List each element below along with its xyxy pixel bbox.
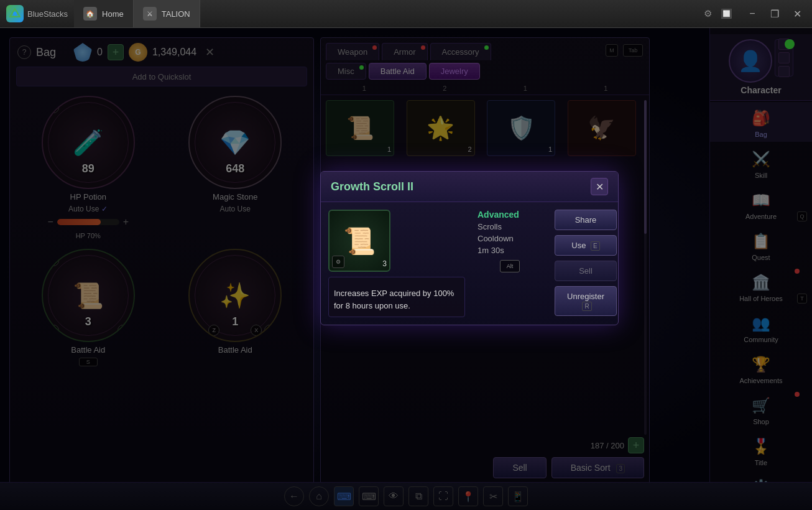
modal-item-icon: 📜 [343, 226, 376, 256]
bluestacks-name: BlueStacks [27, 9, 68, 19]
close-btn[interactable]: ✕ [787, 5, 807, 22]
item-key-badge: ⚙ [332, 256, 344, 268]
minimize-btn[interactable]: − [742, 5, 762, 22]
growth-scroll-modal: Growth Scroll II ✕ 📜 3 ⚙ Increases EXP a… [320, 171, 619, 325]
modal-item-subtype: Scrolls [478, 222, 542, 231]
modal-header: Growth Scroll II ✕ [321, 172, 618, 202]
modal-item-cd-value: 1m 30s [478, 246, 542, 255]
alt-key-area: Alt [478, 260, 542, 272]
modal-title: Growth Scroll II [331, 180, 413, 193]
modal-item-preview: 📜 3 ⚙ [328, 210, 390, 272]
e-key-badge: E [591, 241, 600, 251]
home-icon: 🏠 [83, 7, 97, 21]
modal-item-count: 3 [382, 259, 387, 268]
modal-item-type: Advanced [478, 210, 542, 220]
window-controls: ⚙ 🔲 − ❐ ✕ [694, 5, 812, 22]
modal-desc-box: Increases EXP acquired by 100% for 8 hou… [328, 277, 465, 317]
game-icon: ⚔ [143, 7, 157, 21]
performance-icon[interactable]: 🔲 [717, 5, 735, 22]
r-key-badge: R [582, 302, 591, 311]
bluestacks-icon [6, 5, 24, 22]
modal-body: 📜 3 ⚙ Increases EXP acquired by 100% for… [321, 202, 618, 325]
game-area: ? Bag 0 + G 1,349,044 ✕ Add to Quickslot… [0, 28, 812, 510]
modal-overlay: Growth Scroll II ✕ 📜 3 ⚙ Increases EXP a… [0, 28, 812, 510]
modal-close-btn[interactable]: ✕ [591, 178, 608, 195]
game-tab[interactable]: ⚔ TALION [134, 0, 200, 27]
unregister-label: Unregister [567, 292, 604, 301]
home-tab[interactable]: 🏠 Home [74, 0, 134, 27]
modal-actions: Share Use E Sell Unregister R [555, 210, 617, 317]
sell-btn[interactable]: Sell [555, 261, 617, 281]
use-label: Use [571, 241, 586, 250]
modal-item-cooldown: Cooldown [478, 234, 542, 243]
bluestacks-logo: BlueStacks [0, 5, 74, 22]
alt-key-badge: Alt [500, 260, 520, 272]
use-btn[interactable]: Use E [555, 235, 617, 256]
cooldown-label: Cooldown [478, 234, 514, 243]
topbar-tools: ⚙ 🔲 [694, 5, 740, 22]
settings-icon[interactable]: ⚙ [699, 5, 716, 22]
home-tab-label: Home [102, 9, 124, 19]
share-btn[interactable]: Share [555, 210, 617, 230]
modal-item-info: Advanced Scrolls Cooldown 1m 30s Alt [473, 210, 547, 317]
game-tab-label: TALION [162, 9, 190, 19]
svg-point-1 [13, 12, 17, 16]
unregister-btn[interactable]: Unregister R [555, 286, 617, 316]
titlebar: BlueStacks 🏠 Home ⚔ TALION ⚙ 🔲 − ❐ ✕ [0, 0, 812, 28]
modal-item-desc: Increases EXP acquired by 100% for 8 hou… [334, 287, 459, 312]
restore-btn[interactable]: ❐ [765, 5, 785, 22]
